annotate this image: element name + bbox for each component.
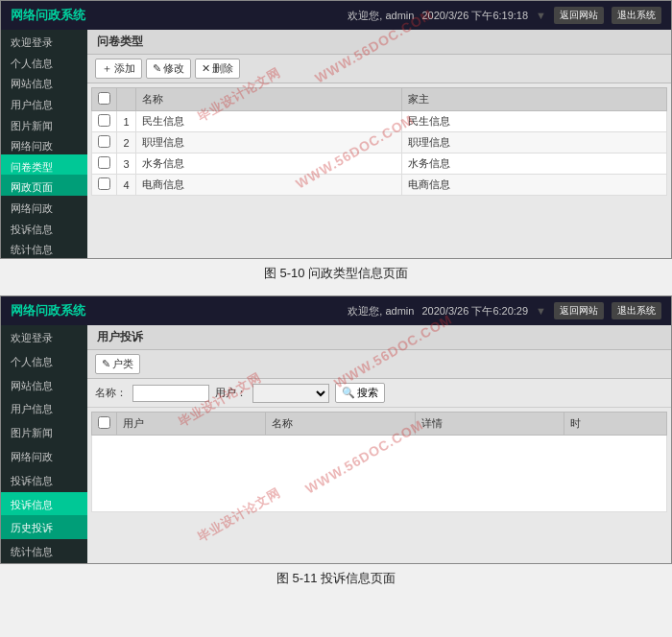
date-text-1: 2020/3/26 下午6:19:18 bbox=[421, 9, 528, 23]
table-row: 4 电商信息 电商信息 bbox=[92, 175, 667, 196]
name-label-2: 名称： bbox=[95, 386, 127, 400]
row-category: 职理信息 bbox=[401, 132, 667, 153]
col-user-2: 用户 bbox=[117, 413, 266, 436]
row-num: 1 bbox=[117, 111, 136, 132]
app-title-1: 网络问政系统 bbox=[11, 7, 85, 24]
header-right-2: 欢迎您, admin 2020/3/26 下午6:20:29 ▼ 返回网站 退出… bbox=[348, 302, 661, 319]
row-num: 2 bbox=[117, 132, 136, 153]
empty-body bbox=[92, 436, 667, 512]
table-wrap-2: 用户 名称 详情 时 bbox=[87, 408, 671, 516]
user-label-2: 用户： bbox=[215, 386, 247, 400]
user-select-2[interactable] bbox=[252, 384, 329, 403]
sidebar-item-wangzheng-2[interactable]: 网络问政 bbox=[1, 444, 87, 468]
edit-button-2[interactable]: ✎ 户类 bbox=[95, 354, 140, 374]
search-icon: 🔍 bbox=[342, 387, 355, 399]
empty-row bbox=[92, 436, 667, 512]
page-title-2: 用户投诉 bbox=[87, 325, 671, 350]
sidebar-item-welcome-1[interactable]: 欢迎登录 bbox=[1, 30, 87, 51]
page-title-1: 问卷类型 bbox=[87, 30, 671, 55]
logout-button-1[interactable]: 退出系统 bbox=[612, 7, 661, 24]
logout-button-2[interactable]: 退出系统 bbox=[612, 302, 661, 319]
toolbar-2: ✎ 户类 bbox=[87, 350, 671, 379]
row-category: 电商信息 bbox=[401, 175, 667, 196]
sidebar-item-wangzheng-1[interactable]: 网络问政 bbox=[1, 133, 87, 154]
table-row: 3 水务信息 水务信息 bbox=[92, 153, 667, 175]
row-name: 民生信息 bbox=[136, 111, 402, 132]
col-num-1 bbox=[117, 88, 136, 111]
col-time-2: 时 bbox=[564, 413, 667, 436]
delete-icon: ✕ bbox=[202, 62, 210, 75]
welcome-text-1: 欢迎您, admin bbox=[348, 9, 414, 23]
add-button-1[interactable]: ＋ 添加 bbox=[95, 59, 142, 79]
select-all-2[interactable] bbox=[98, 416, 110, 429]
sidebar-item-website-2[interactable]: 网站信息 bbox=[1, 373, 87, 397]
app-header-2: 网络问政系统 欢迎您, admin 2020/3/26 下午6:20:29 ▼ … bbox=[1, 296, 671, 325]
table-row: 1 民生信息 民生信息 bbox=[92, 111, 667, 132]
plus-icon: ＋ bbox=[102, 61, 112, 76]
caption-2: 图 5-11 投诉信息页面 bbox=[0, 564, 672, 597]
sidebar-item-personal-2[interactable]: 个人信息 bbox=[1, 349, 87, 373]
data-table-1: 名称 家主 1 民生信息 民生信息 bbox=[91, 87, 667, 196]
name-input-2[interactable] bbox=[132, 385, 209, 402]
sidebar-item-complaint0-2[interactable]: 投诉信息 bbox=[1, 468, 87, 492]
col-category-1: 家主 bbox=[401, 88, 667, 111]
welcome-text-2: 欢迎您, admin bbox=[348, 304, 414, 318]
sidebar-item-stats-2[interactable]: 统计信息 bbox=[1, 539, 87, 563]
sidebar-1: 欢迎登录 个人信息 网站信息 用户信息 图片新闻 网络问政 问卷类型 网政页面 … bbox=[1, 30, 87, 258]
col-detail-2: 详情 bbox=[415, 413, 564, 436]
table-wrap-1: 名称 家主 1 民生信息 民生信息 bbox=[87, 83, 671, 200]
row-check[interactable] bbox=[98, 114, 110, 127]
col-check-2 bbox=[92, 413, 117, 436]
sidebar-item-wangzheng2-1[interactable]: 网政页面 bbox=[1, 175, 87, 196]
main-content-1: 问卷类型 ＋ 添加 ✎ 修改 ✕ 删除 bbox=[87, 30, 671, 258]
row-check[interactable] bbox=[98, 156, 110, 169]
caption-1: 图 5-10 问政类型信息页面 bbox=[0, 259, 672, 292]
row-category: 民生信息 bbox=[401, 111, 667, 132]
header-right-1: 欢迎您, admin 2020/3/26 下午6:19:18 ▼ 返回网站 退出… bbox=[348, 7, 661, 24]
date-text-2: 2020/3/26 下午6:20:29 bbox=[421, 304, 528, 318]
sidebar-item-users-2[interactable]: 用户信息 bbox=[1, 396, 87, 420]
app-title-2: 网络问政系统 bbox=[11, 302, 85, 319]
sidebar-item-stats-1[interactable]: 统计信息 bbox=[1, 237, 87, 258]
filter-row-2: 名称： 用户： 🔍 搜索 bbox=[87, 379, 671, 408]
col-name-1: 名称 bbox=[136, 88, 402, 111]
row-category: 水务信息 bbox=[401, 153, 667, 175]
table-row: 2 职理信息 职理信息 bbox=[92, 132, 667, 153]
row-check[interactable] bbox=[98, 135, 110, 148]
row-num: 3 bbox=[117, 153, 136, 175]
row-name: 电商信息 bbox=[136, 175, 402, 196]
nav-button-1[interactable]: 返回网站 bbox=[554, 7, 604, 24]
select-all-1[interactable] bbox=[98, 92, 110, 105]
edit-button-1[interactable]: ✎ 修改 bbox=[146, 59, 191, 79]
edit-icon: ✎ bbox=[153, 62, 161, 75]
search-button-2[interactable]: 🔍 搜索 bbox=[335, 383, 385, 403]
sidebar-item-questiontype-1[interactable]: 问卷类型 bbox=[1, 154, 87, 176]
row-name: 水务信息 bbox=[136, 153, 402, 175]
nav-button-2[interactable]: 返回网站 bbox=[554, 302, 604, 319]
sidebar-item-complaint-2[interactable]: 投诉信息 bbox=[1, 492, 87, 516]
row-name: 职理信息 bbox=[136, 132, 402, 153]
sidebar-item-personal-1[interactable]: 个人信息 bbox=[1, 51, 87, 72]
main-content-2: 用户投诉 ✎ 户类 名称： 用户： 🔍 搜索 bbox=[87, 325, 671, 563]
sidebar-item-website-1[interactable]: 网站信息 bbox=[1, 71, 87, 92]
row-num: 4 bbox=[117, 175, 136, 196]
sidebar-item-news-1[interactable]: 图片新闻 bbox=[1, 113, 87, 134]
sidebar-item-history-2[interactable]: 历史投诉 bbox=[1, 515, 87, 539]
toolbar-1: ＋ 添加 ✎ 修改 ✕ 删除 bbox=[87, 55, 671, 83]
edit-icon-2: ✎ bbox=[102, 358, 110, 370]
col-check-1 bbox=[92, 88, 117, 111]
col-name-2: 名称 bbox=[266, 413, 415, 436]
row-check[interactable] bbox=[98, 177, 110, 190]
sidebar-item-users-1[interactable]: 用户信息 bbox=[1, 92, 87, 113]
app-header-1: 网络问政系统 欢迎您, admin 2020/3/26 下午6:19:18 ▼ … bbox=[1, 1, 671, 30]
sidebar-2: 欢迎登录 个人信息 网站信息 用户信息 图片新闻 网络问政 投诉信息 投诉信息 … bbox=[1, 325, 87, 563]
sidebar-item-welcome-2[interactable]: 欢迎登录 bbox=[1, 325, 87, 349]
sidebar-item-complaint-1[interactable]: 投诉信息 bbox=[1, 217, 87, 238]
sidebar-item-wangzheng3-1[interactable]: 网络问政 bbox=[1, 196, 87, 217]
sidebar-item-news-2[interactable]: 图片新闻 bbox=[1, 420, 87, 444]
delete-button-1[interactable]: ✕ 删除 bbox=[195, 59, 240, 79]
data-table-2: 用户 名称 详情 时 bbox=[91, 412, 667, 512]
